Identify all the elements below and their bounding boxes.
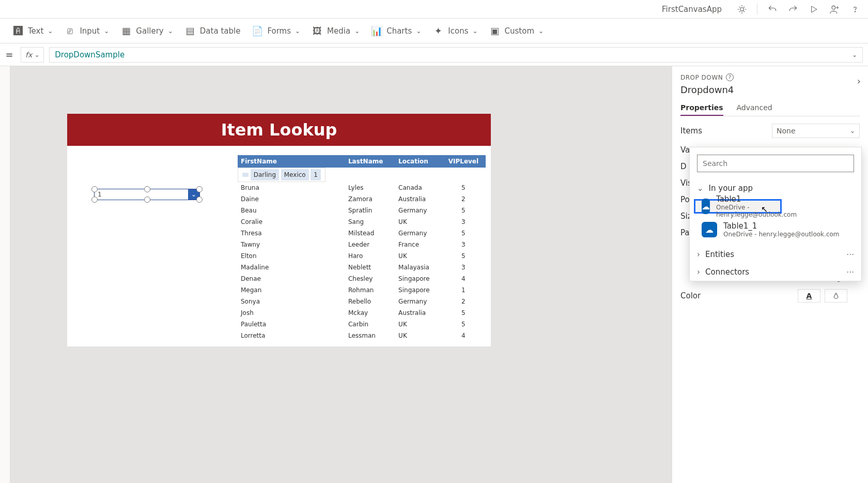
resize-handle[interactable] xyxy=(91,197,98,203)
chevron-right-icon: › xyxy=(697,250,700,259)
chevron-down-icon: ⌄ xyxy=(295,27,300,35)
play-preview-icon[interactable] xyxy=(805,1,823,18)
properties-panel: DROP DOWN ? › Dropdown4 Properties Advan… xyxy=(672,66,868,483)
app-checker-icon[interactable] xyxy=(733,1,751,18)
resize-handle[interactable] xyxy=(144,197,150,203)
data-table[interactable]: FirstNameLastNameLocationVIPLevel Darlin… xyxy=(238,155,486,341)
table-row[interactable]: DaineZamoraAustralia2 xyxy=(238,193,486,205)
ribbon-datatable[interactable]: ▤ Data table xyxy=(184,25,241,36)
app-title: FirstCanvasApp xyxy=(662,5,722,14)
prop-color: Color A xyxy=(680,289,860,303)
fx-dropdown[interactable]: fx⌄ xyxy=(21,47,44,63)
gallery-icon: ▦ xyxy=(120,25,132,36)
table-row[interactable]: SonyaRebelloGermany2 xyxy=(238,296,486,307)
onedrive-icon: ☁ xyxy=(702,222,717,237)
resize-handle[interactable] xyxy=(196,197,203,203)
more-icon[interactable]: ⋯ xyxy=(846,267,854,277)
ribbon-custom[interactable]: ▣ Custom ⌄ xyxy=(489,25,544,36)
column-header[interactable]: Location xyxy=(395,155,441,168)
column-header[interactable]: FirstName xyxy=(238,155,345,168)
svg-point-2 xyxy=(855,11,855,11)
data-source-search[interactable] xyxy=(697,155,854,172)
table-row[interactable]: MeganRohmanSingapore1 xyxy=(238,284,486,296)
formula-bar: = fx⌄ DropDownSample ⌄ xyxy=(0,43,868,66)
table-row[interactable]: TawnyLeederFrance3 xyxy=(238,239,486,250)
table-row[interactable]: LorrettaLessmanUK4 xyxy=(238,330,486,341)
share-user-icon[interactable] xyxy=(826,1,843,18)
more-icon[interactable]: ⋯ xyxy=(846,250,854,259)
text-icon: 🅰 xyxy=(12,25,24,36)
chevron-down-icon: ⌄ xyxy=(472,27,477,35)
items-dropdown[interactable]: None ⌄ xyxy=(772,124,860,138)
column-header[interactable]: VIPLevel xyxy=(441,155,486,168)
fill-color-button[interactable] xyxy=(825,289,847,303)
tab-advanced[interactable]: Advanced xyxy=(737,100,772,116)
group-connectors[interactable]: › Connectors ⋯ xyxy=(690,263,861,281)
onedrive-icon: ☁ xyxy=(702,199,710,214)
forms-icon: 📄 xyxy=(252,25,263,36)
chevron-down-icon: ⌄ xyxy=(697,184,704,193)
tab-properties[interactable]: Properties xyxy=(680,100,723,116)
ribbon-forms[interactable]: 📄 Forms ⌄ xyxy=(252,25,300,36)
data-source-item[interactable]: ☁ Table1 OneDrive - henry.legge@outlook.… xyxy=(694,199,782,214)
table-row[interactable]: MadalineNeblettMalayasia3 xyxy=(238,262,486,273)
undo-icon[interactable] xyxy=(764,1,781,18)
table-row[interactable]: DenaeChesleySingapore4 xyxy=(238,273,486,284)
group-entities[interactable]: › Entities ⋯ xyxy=(690,246,861,263)
table-row[interactable]: ThresaMilsteadGermany5 xyxy=(238,228,486,239)
input-icon: ⎚ xyxy=(64,25,75,36)
datatable-icon: ▤ xyxy=(184,25,196,36)
column-header[interactable]: LastName xyxy=(345,155,395,168)
chevron-down-icon[interactable]: ⌄ xyxy=(852,51,857,58)
table-row[interactable]: PaulettaCarbinUK5 xyxy=(238,319,486,330)
ribbon-media[interactable]: 🖼 Media ⌄ xyxy=(312,25,360,36)
ribbon-input[interactable]: ⎚ Input ⌄ xyxy=(64,25,109,36)
data-source-popover: ⌄ In your app ☁ Table1 OneDrive - henry.… xyxy=(689,147,862,281)
title-bar: FirstCanvasApp xyxy=(0,0,868,19)
canvas[interactable]: Item Lookup 1 ⌄ FirstNameLastNameLocatio… xyxy=(10,66,672,483)
resize-handle[interactable] xyxy=(91,186,98,192)
table-row[interactable]: JoshMckayAustralia5 xyxy=(238,307,486,319)
table-row[interactable]: BeauSpratlinGermany5 xyxy=(238,205,486,216)
font-color-button[interactable]: A xyxy=(798,289,820,303)
table-row[interactable]: BrunaLylesCanada5 xyxy=(238,182,486,193)
ribbon-icons[interactable]: ✦ Icons ⌄ xyxy=(432,25,477,36)
help-icon[interactable]: ? xyxy=(726,73,734,81)
left-rail[interactable] xyxy=(0,66,10,483)
resize-handle[interactable] xyxy=(144,186,150,192)
chevron-down-icon: ⌄ xyxy=(48,27,53,35)
table-row[interactable]: EltonHaroUK5 xyxy=(238,250,486,262)
dropdown-control-selected[interactable]: 1 ⌄ xyxy=(94,189,200,200)
app-screen: Item Lookup 1 ⌄ FirstNameLastNameLocatio… xyxy=(67,114,491,346)
formula-equals[interactable]: = xyxy=(3,49,16,60)
control-name[interactable]: Dropdown4 xyxy=(680,84,860,95)
svg-point-0 xyxy=(740,7,744,11)
chevron-down-icon: ⌄ xyxy=(354,27,360,35)
table-row[interactable]: CoralieSangUK3 xyxy=(238,216,486,228)
help-icon[interactable] xyxy=(846,1,864,18)
ribbon-text[interactable]: 🅰 Text ⌄ xyxy=(12,25,53,36)
chevron-right-icon: › xyxy=(697,267,700,277)
prop-items: Items None ⌄ xyxy=(680,124,860,138)
screen-header: Item Lookup xyxy=(67,114,491,146)
chevron-down-icon: ⌄ xyxy=(538,27,544,35)
chevron-down-icon: ⌄ xyxy=(168,27,173,35)
svg-point-1 xyxy=(832,6,835,9)
data-source-item[interactable]: ☁ Table1_1 OneDrive - henry.legge@outloo… xyxy=(694,216,857,244)
main-area: Item Lookup 1 ⌄ FirstNameLastNameLocatio… xyxy=(0,66,868,483)
insert-ribbon: 🅰 Text ⌄ ⎚ Input ⌄ ▦ Gallery ⌄ ▤ Data ta… xyxy=(0,19,868,43)
formula-input[interactable]: DropDownSample ⌄ xyxy=(49,47,863,63)
ribbon-charts[interactable]: 📊 Charts ⌄ xyxy=(371,25,421,36)
table-row[interactable]: DarlingMexico1 xyxy=(238,168,326,182)
media-icon: 🖼 xyxy=(312,25,323,36)
resize-handle[interactable] xyxy=(196,186,203,192)
properties-tabs: Properties Advanced xyxy=(680,100,860,116)
chevron-down-icon: ⌄ xyxy=(104,27,109,35)
ribbon-gallery[interactable]: ▦ Gallery ⌄ xyxy=(120,25,173,36)
redo-icon[interactable] xyxy=(784,1,802,18)
chevron-right-icon[interactable]: › xyxy=(857,76,861,86)
icons-icon: ✦ xyxy=(432,25,444,36)
charts-icon: 📊 xyxy=(371,25,382,36)
control-type: DROP DOWN ? xyxy=(680,73,860,81)
search-input[interactable] xyxy=(702,159,849,168)
